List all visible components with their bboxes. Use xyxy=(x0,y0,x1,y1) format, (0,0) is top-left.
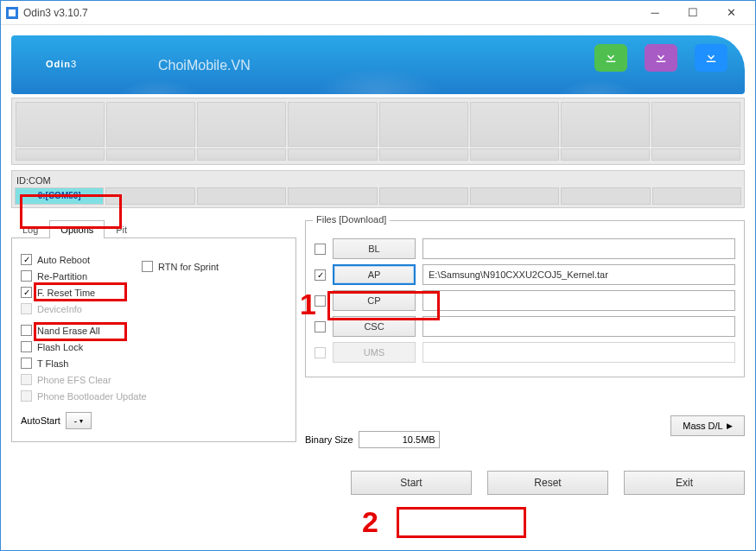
exit-button[interactable]: Exit xyxy=(624,471,745,495)
window-title: Odin3 v3.10.7 xyxy=(23,7,636,19)
titlebar: Odin3 v3.10.7 ─ ☐ ✕ xyxy=(1,1,755,25)
device-slot-status xyxy=(288,149,377,161)
path-cp[interactable] xyxy=(422,290,735,311)
path-bl[interactable] xyxy=(422,238,735,259)
device-slot-status xyxy=(379,149,468,161)
idcom-port[interactable] xyxy=(105,187,194,205)
label-flash-lock: Flash Lock xyxy=(37,342,83,352)
checkbox-bootloader-update xyxy=(21,390,32,402)
annotation-number-2: 2 xyxy=(362,505,378,539)
banner-subtitle: ChoiMobile.VN xyxy=(158,58,251,73)
maximize-button[interactable]: ☐ xyxy=(674,2,712,24)
label-re-partition: Re-Partition xyxy=(37,271,87,282)
label-rtn-sprint: RTN for Sprint xyxy=(158,262,219,272)
checkbox-ap[interactable] xyxy=(314,269,326,281)
device-slot xyxy=(379,102,468,147)
checkbox-nand-erase[interactable] xyxy=(21,325,32,336)
start-button[interactable]: Start xyxy=(351,471,472,495)
device-slot-grid xyxy=(11,98,745,165)
checkbox-bl[interactable] xyxy=(314,244,326,255)
device-slot xyxy=(288,102,377,147)
autostart-label: AutoStart xyxy=(21,415,60,426)
button-ums: UMS xyxy=(333,342,416,363)
autostart-select[interactable]: -▾ xyxy=(66,412,92,429)
binary-size: Binary Size 10.5MB xyxy=(305,431,440,448)
checkbox-t-flash[interactable] xyxy=(21,358,32,369)
checkbox-flash-lock[interactable] xyxy=(21,341,32,352)
device-slot-status xyxy=(651,149,740,161)
label-bootloader-update: Phone Bootloader Update xyxy=(37,391,147,402)
minimize-button[interactable]: ─ xyxy=(636,2,674,24)
logo: Odin3 xyxy=(46,42,77,74)
device-slot xyxy=(561,102,650,147)
checkbox-device-info xyxy=(21,303,32,314)
button-cp[interactable]: CP xyxy=(333,290,416,311)
idcom-port[interactable]: 0:[COM50] xyxy=(15,187,104,205)
binary-size-label: Binary Size xyxy=(305,434,353,445)
device-slot-status xyxy=(106,149,195,161)
checkbox-re-partition[interactable] xyxy=(21,270,32,282)
device-slot xyxy=(470,102,559,147)
idcom-port[interactable] xyxy=(561,187,650,205)
device-slot-status xyxy=(197,149,286,161)
idcom-port[interactable] xyxy=(379,187,468,205)
device-slot xyxy=(651,102,740,147)
device-slot xyxy=(197,102,286,147)
device-slot-status xyxy=(470,149,559,161)
label-f-reset-time: F. Reset Time xyxy=(37,288,95,298)
idcom-port[interactable] xyxy=(652,187,741,205)
label-auto-reboot: Auto Reboot xyxy=(37,255,90,265)
button-csc[interactable]: CSC xyxy=(333,316,416,337)
checkbox-efs-clear xyxy=(21,374,32,385)
device-slot xyxy=(106,102,195,147)
checkbox-csc[interactable] xyxy=(314,321,326,332)
device-slot xyxy=(16,102,105,147)
label-device-info: DeviceInfo xyxy=(37,304,82,314)
tab-options[interactable]: Options xyxy=(49,220,105,238)
idcom-panel: ID:COM 0:[COM50] xyxy=(11,170,745,208)
button-bl[interactable]: BL xyxy=(333,238,416,259)
files-legend: Files [Download] xyxy=(313,214,390,225)
reset-button[interactable]: Reset xyxy=(487,471,608,495)
binary-size-value: 10.5MB xyxy=(359,431,440,448)
label-efs-clear: Phone EFS Clear xyxy=(37,375,111,385)
download-pin-icon xyxy=(594,44,627,72)
tab-log[interactable]: Log xyxy=(11,220,49,238)
idcom-port[interactable] xyxy=(197,187,286,205)
download-pin-icon xyxy=(695,44,727,72)
idcom-port[interactable] xyxy=(288,187,377,205)
checkbox-rtn-sprint[interactable] xyxy=(142,261,153,272)
checkbox-ums xyxy=(314,347,326,358)
button-ap[interactable]: AP xyxy=(333,264,416,285)
path-ums xyxy=(422,342,735,363)
app-icon xyxy=(6,7,18,19)
settings-tabs: Log Options Pit xyxy=(11,220,296,238)
close-button[interactable]: ✕ xyxy=(712,2,750,24)
checkbox-auto-reboot[interactable] xyxy=(21,254,32,265)
checkbox-cp[interactable] xyxy=(314,295,326,307)
checkbox-f-reset-time[interactable] xyxy=(21,287,32,298)
label-t-flash: T Flash xyxy=(37,358,68,369)
files-group: Files [Download] BL AP E:\Samsung\N910CX… xyxy=(305,220,745,377)
path-ap[interactable]: E:\Samsung\N910CXXU2COJ5_Kernel.tar xyxy=(422,264,735,285)
annotation-start-highlight xyxy=(397,507,526,538)
idcom-label: ID:COM xyxy=(16,175,51,186)
download-pin-icon xyxy=(645,44,677,72)
label-nand-erase: Nand Erase All xyxy=(37,326,100,336)
mass-download-button[interactable]: Mass D/L▶ xyxy=(670,415,745,436)
device-slot-status xyxy=(16,149,105,161)
path-csc[interactable] xyxy=(422,316,735,337)
options-panel: Auto Reboot Re-Partition F. Reset Time D… xyxy=(11,238,296,442)
idcom-port[interactable] xyxy=(470,187,559,205)
header-banner: Odin3 ChoiMobile.VN xyxy=(11,35,745,94)
device-slot-status xyxy=(561,149,650,161)
tab-pit[interactable]: Pit xyxy=(105,220,138,238)
